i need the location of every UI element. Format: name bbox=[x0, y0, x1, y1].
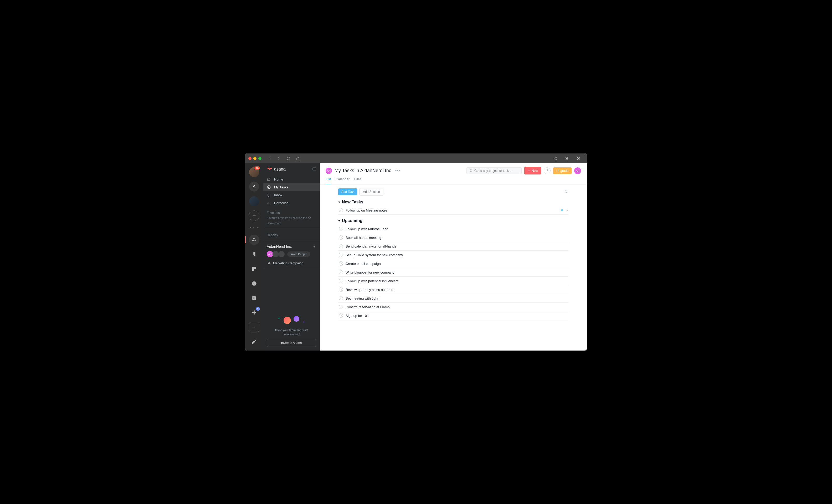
add-task-button[interactable]: Add Task bbox=[338, 188, 357, 195]
view-settings-icon[interactable] bbox=[564, 189, 568, 194]
task-complete-checkbox[interactable] bbox=[339, 270, 343, 274]
tab-files[interactable]: Files bbox=[354, 177, 361, 184]
sidebar-item-inbox[interactable]: Inbox bbox=[263, 191, 320, 199]
user-menu-avatar[interactable]: AN bbox=[574, 167, 581, 174]
task-name: Follow up on Meeting notes bbox=[345, 208, 558, 212]
task-complete-checkbox[interactable] bbox=[339, 288, 343, 292]
task-row[interactable]: Set meeting with John bbox=[338, 294, 568, 303]
rail-more-icon[interactable]: • • • bbox=[250, 225, 258, 231]
rail-settings[interactable] bbox=[249, 337, 259, 347]
task-row[interactable]: Write blogpost for new company bbox=[338, 268, 568, 277]
task-complete-checkbox[interactable] bbox=[339, 314, 343, 318]
add-project-icon[interactable]: ＋ bbox=[313, 244, 316, 249]
task-complete-checkbox[interactable] bbox=[339, 253, 343, 257]
page-more-icon[interactable]: ••• bbox=[395, 168, 400, 173]
close-window-button[interactable] bbox=[248, 157, 252, 160]
sidebar-footer: ＋ ＋ Invite your team and start collabora… bbox=[263, 311, 320, 350]
task-row[interactable]: Send calendar invite for all-hands bbox=[338, 242, 568, 251]
help-button[interactable]: ? bbox=[544, 167, 550, 174]
svg-point-11 bbox=[252, 240, 254, 241]
task-complete-checkbox[interactable] bbox=[339, 235, 343, 240]
chevron-right-icon: › bbox=[567, 208, 568, 212]
task-row[interactable]: Follow up on Meeting notes› bbox=[338, 206, 568, 215]
tab-list[interactable]: List bbox=[326, 177, 331, 184]
collapse-sidebar-icon[interactable] bbox=[311, 167, 316, 171]
task-complete-checkbox[interactable] bbox=[339, 279, 343, 283]
task-row[interactable]: Sign up for 10k bbox=[338, 311, 568, 320]
search-input[interactable] bbox=[474, 169, 519, 173]
sidebar-item-portfolios[interactable]: Portfolios bbox=[263, 199, 320, 207]
task-complete-checkbox[interactable] bbox=[339, 244, 343, 248]
task-row[interactable]: Set up CRM system for new company bbox=[338, 251, 568, 259]
svg-point-10 bbox=[253, 238, 255, 239]
maximize-window-button[interactable] bbox=[258, 157, 261, 160]
invite-to-asana-button[interactable]: Invite to Asana bbox=[267, 339, 316, 347]
workspace-name[interactable]: AidanNerol Inc. bbox=[267, 244, 292, 248]
rail-app-trello[interactable] bbox=[249, 264, 259, 274]
project-name: Marketing Campaign bbox=[273, 262, 303, 265]
task-toolbar: Add Task Add Section bbox=[338, 188, 568, 195]
task-name: Write blogpost for new company bbox=[345, 270, 568, 274]
task-row[interactable]: Confirm reservation at Fiamo bbox=[338, 303, 568, 311]
rail-add-app[interactable] bbox=[249, 322, 259, 332]
member-avatar[interactable]: AN bbox=[267, 251, 273, 257]
add-section-button[interactable]: Add Section bbox=[360, 188, 383, 195]
rail-workspace-3[interactable] bbox=[249, 196, 259, 206]
section-header[interactable]: Upcoming bbox=[338, 218, 568, 223]
rail-workspace-2[interactable]: A bbox=[249, 181, 259, 191]
task-row[interactable]: Follow up with potential influencers bbox=[338, 277, 568, 285]
task-row[interactable]: Review quarterly sales numbers bbox=[338, 285, 568, 294]
sidebar-item-my-tasks[interactable]: My Tasks bbox=[263, 183, 320, 191]
member-avatar-empty[interactable] bbox=[272, 251, 279, 257]
home-button[interactable] bbox=[294, 155, 302, 162]
stack-icon[interactable] bbox=[562, 155, 572, 162]
invite-people-button[interactable]: Invite People bbox=[287, 251, 310, 257]
brand-logo[interactable]: asana bbox=[267, 167, 286, 171]
upgrade-button[interactable]: Upgrade bbox=[553, 167, 572, 174]
task-complete-checkbox[interactable] bbox=[339, 305, 343, 309]
new-button[interactable]: ＋ New bbox=[524, 167, 541, 175]
content-body: Add Task Add Section New TasksFollow up … bbox=[320, 184, 587, 350]
rail-workspace-1[interactable]: 16 bbox=[249, 167, 259, 177]
show-more-link[interactable]: Show more bbox=[263, 221, 320, 228]
rail-add-workspace[interactable] bbox=[249, 211, 259, 221]
home-icon bbox=[267, 177, 271, 181]
member-avatar-empty[interactable] bbox=[278, 251, 285, 257]
task-complete-checkbox[interactable] bbox=[339, 208, 343, 212]
task-complete-checkbox[interactable] bbox=[339, 227, 343, 231]
sidebar-project-item[interactable]: Marketing Campaign bbox=[263, 260, 320, 267]
task-complete-checkbox[interactable] bbox=[339, 262, 343, 266]
svg-point-33 bbox=[470, 169, 472, 171]
rail-app-evernote[interactable] bbox=[249, 249, 259, 259]
task-row[interactable]: Create email campaign bbox=[338, 259, 568, 268]
task-row[interactable]: Follow up with Munroe Lead bbox=[338, 225, 568, 233]
reload-button[interactable] bbox=[285, 155, 292, 162]
nav-forward-button[interactable] bbox=[275, 155, 283, 162]
sidebar-item-home[interactable]: Home bbox=[263, 175, 320, 183]
sidebar-item-label: Portfolios bbox=[274, 201, 288, 205]
tab-calendar[interactable]: Calendar bbox=[336, 177, 349, 184]
sidebar-item-label: Inbox bbox=[274, 193, 283, 197]
task-row[interactable]: Book all-hands meeting bbox=[338, 233, 568, 242]
nav-back-button[interactable] bbox=[266, 155, 273, 162]
minimize-window-button[interactable] bbox=[253, 157, 257, 160]
plus-icon: ＋ bbox=[527, 168, 530, 173]
svg-point-12 bbox=[255, 240, 256, 241]
svg-line-4 bbox=[555, 158, 556, 159]
svg-point-15 bbox=[252, 281, 257, 286]
task-complete-checkbox[interactable] bbox=[339, 296, 343, 300]
sidebar-item-label: Home bbox=[274, 177, 283, 181]
sidebar-item-label: My Tasks bbox=[274, 185, 288, 189]
rail-app-whatsapp[interactable] bbox=[249, 278, 259, 289]
rail-app-slack[interactable]: 6 bbox=[249, 308, 259, 318]
rail-app-instagram[interactable] bbox=[249, 293, 259, 303]
clock-icon[interactable] bbox=[573, 155, 584, 162]
share-icon[interactable] bbox=[550, 155, 561, 162]
search-box[interactable] bbox=[466, 167, 522, 174]
asana-logo-icon bbox=[267, 168, 272, 170]
section-header[interactable]: New Tasks bbox=[338, 200, 568, 205]
workspace-members: AN Invite People bbox=[263, 251, 320, 260]
task-name: Review quarterly sales numbers bbox=[345, 288, 568, 292]
star-icon bbox=[308, 216, 311, 219]
rail-app-asana[interactable] bbox=[249, 235, 259, 245]
